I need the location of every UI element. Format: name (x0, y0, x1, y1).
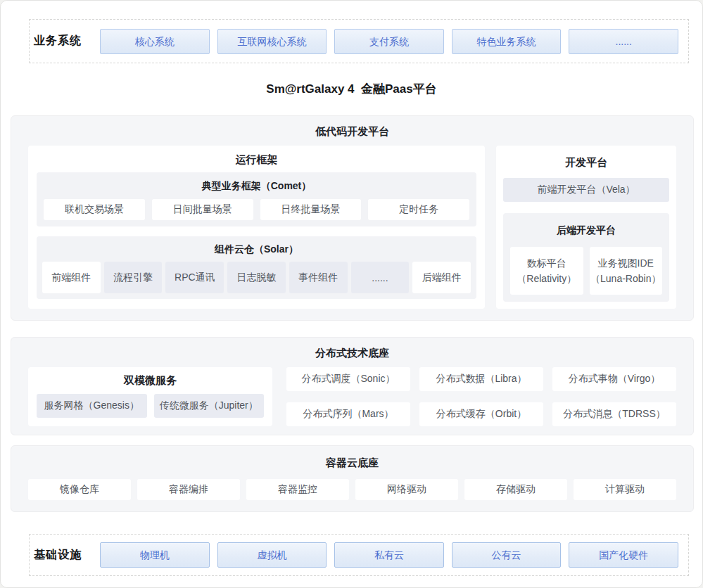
dev-platform-title: 开发平台 (503, 155, 669, 170)
container-cloud-tiles: 镜像仓库 容器编排 容器监控 网络驱动 存储驱动 计算驱动 (28, 479, 676, 500)
distributed-body: 双模微服务 服务网格（Genesis） 传统微服务（Jupiter） 分布式调度… (28, 367, 676, 426)
tile-image-registry: 镜像仓库 (28, 479, 131, 500)
architecture-diagram: 业务系统 核心系统 互联网核心系统 支付系统 特色业务系统 ...... Sm@… (0, 0, 703, 588)
infrastructure-list: 物理机 虚拟机 私有云 公有云 国产化硬件 (100, 542, 678, 568)
tile-intraday-batch: 日间批量场景 (152, 199, 253, 220)
panel-solar-components: 组件云仓（Solar） 前端组件 流程引擎 RPC通讯 日志脱敏 事件组件 ..… (37, 236, 476, 299)
backend-dev-platform-title: 后端开发平台 (510, 223, 662, 237)
tile-log-masking: 日志脱敏 (227, 262, 286, 293)
comet-tiles: 联机交易场景 日间批量场景 日终批量场景 定时任务 (44, 199, 469, 220)
tile-distributed-cache-orbit: 分布式缓存（Orbit） (419, 402, 543, 426)
tile-frontend-component: 前端组件 (42, 262, 101, 293)
tile-distributed-data-libra: 分布式数据（Libra） (419, 367, 543, 391)
page-title: Sm@rtGalaxy 4 金融Paas平台 (1, 63, 702, 115)
infrastructure-row: 基础设施 物理机 虚拟机 私有云 公有云 国产化硬件 (29, 534, 689, 576)
section-low-code-platform: 低代码开发平台 运行框架 典型业务框架（Comet） 联机交易场景 日间批量场景… (11, 115, 694, 321)
section-container-cloud-base: 容器云底座 镜像仓库 容器编排 容器监控 网络驱动 存储驱动 计算驱动 (11, 445, 694, 512)
tile-distributed-transaction-virgo: 分布式事物（Virgo） (552, 367, 676, 391)
solar-tiles: 前端组件 流程引擎 RPC通讯 日志脱敏 事件组件 ...... 后端组件 (42, 262, 471, 293)
panel-dual-mode-microservices: 双模微服务 服务网格（Genesis） 传统微服务（Jupiter） (28, 367, 272, 426)
business-systems-label: 业务系统 (34, 34, 100, 49)
business-systems-list: 核心系统 互联网核心系统 支付系统 特色业务系统 ...... (100, 29, 678, 54)
runtime-framework-title: 运行框架 (37, 153, 476, 167)
solar-title: 组件云仓（Solar） (42, 242, 471, 256)
tile-container-orchestration: 容器编排 (137, 479, 240, 500)
business-systems-row: 业务系统 核心系统 互联网核心系统 支付系统 特色业务系统 ...... (29, 19, 689, 63)
dual-mode-title: 双模微服务 (37, 373, 264, 388)
section-distributed-base: 分布式技术底座 双模微服务 服务网格（Genesis） 传统微服务（Jupite… (11, 337, 694, 435)
tile-container-monitoring: 容器监控 (246, 479, 349, 500)
tile-line1: 数标平台 (527, 255, 566, 271)
tile-storage-driver: 存储驱动 (464, 479, 567, 500)
tile-line1: 业务视图IDE (598, 255, 654, 271)
pill-core-system: 核心系统 (100, 29, 210, 54)
pill-domestic-hardware: 国产化硬件 (569, 542, 678, 568)
tile-distributed-sequence-mars: 分布式序列（Mars） (286, 402, 410, 426)
tile-line2: （Luna-Robin） (590, 271, 661, 286)
panel-comet-framework: 典型业务框架（Comet） 联机交易场景 日间批量场景 日终批量场景 定时任务 (37, 172, 476, 226)
distributed-title: 分布式技术底座 (28, 346, 676, 360)
tile-data-standard-platform-relativity: 数标平台 （Relativity） (510, 247, 583, 295)
tile-endofday-batch: 日终批量场景 (260, 199, 362, 220)
tile-compute-driver: 计算驱动 (574, 479, 676, 500)
tile-frontend-dev-platform-vela: 前端开发平台（Vela） (503, 178, 669, 202)
tile-online-transaction: 联机交易场景 (44, 199, 145, 220)
distributed-grid: 分布式调度（Sonic） 分布式数据（Libra） 分布式事物（Virgo） 分… (286, 367, 676, 426)
container-cloud-title: 容器云底座 (28, 456, 676, 470)
pill-private-cloud: 私有云 (334, 542, 444, 568)
dual-mode-tiles: 服务网格（Genesis） 传统微服务（Jupiter） (37, 394, 264, 418)
pill-public-cloud: 公有云 (452, 542, 562, 568)
comet-title: 典型业务框架（Comet） (44, 179, 469, 193)
tile-backend-component: 后端组件 (412, 262, 471, 293)
low-code-title: 低代码开发平台 (28, 124, 676, 139)
tile-business-view-ide-luna-robin: 业务视图IDE （Luna-Robin） (590, 247, 663, 295)
tile-event-component: 事件组件 (289, 262, 348, 293)
panel-dev-platform: 开发平台 前端开发平台（Vela） 后端开发平台 数标平台 （Relativit… (496, 146, 676, 309)
tile-traditional-microservice-jupiter: 传统微服务（Jupiter） (154, 394, 265, 418)
pill-physical-machine: 物理机 (100, 542, 210, 568)
tile-line2: （Relativity） (517, 271, 576, 286)
pill-virtual-machine: 虚拟机 (217, 542, 327, 568)
tile-distributed-scheduling-sonic: 分布式调度（Sonic） (286, 367, 410, 391)
pill-internet-core-system: 互联网核心系统 (217, 29, 327, 54)
tile-service-mesh-genesis: 服务网格（Genesis） (37, 394, 147, 418)
tile-scheduled-task: 定时任务 (368, 199, 469, 220)
low-code-body: 运行框架 典型业务框架（Comet） 联机交易场景 日间批量场景 日终批量场景 … (28, 146, 676, 309)
tile-more-components: ...... (351, 262, 410, 293)
backend-dev-tiles: 数标平台 （Relativity） 业务视图IDE （Luna-Robin） (510, 247, 662, 295)
pill-special-business-system: 特色业务系统 (452, 29, 562, 54)
tile-process-engine: 流程引擎 (104, 262, 163, 293)
pill-more-systems: ...... (569, 29, 678, 54)
infrastructure-label: 基础设施 (34, 548, 100, 563)
tile-distributed-message-tdrss: 分布式消息（TDRSS） (552, 402, 676, 426)
pill-payment-system: 支付系统 (334, 29, 444, 54)
panel-backend-dev-platform: 后端开发平台 数标平台 （Relativity） 业务视图IDE （Luna-R… (503, 213, 669, 302)
panel-runtime-framework: 运行框架 典型业务框架（Comet） 联机交易场景 日间批量场景 日终批量场景 … (28, 146, 485, 309)
tile-rpc-communication: RPC通讯 (165, 262, 224, 293)
tile-network-driver: 网络驱动 (355, 479, 458, 500)
